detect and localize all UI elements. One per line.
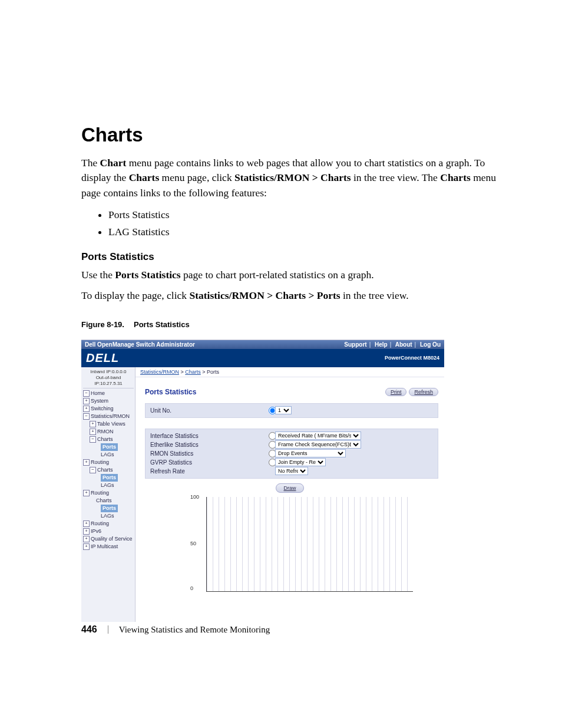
minus-icon[interactable]: − <box>90 436 96 443</box>
link-logout[interactable]: Log Ou <box>420 341 441 348</box>
link-support[interactable]: Support <box>344 341 366 348</box>
crumb-ports: Ports <box>207 369 219 375</box>
rmon-stats-select[interactable]: Drop Events <box>275 449 346 457</box>
tree-charts-dup2[interactable]: Charts <box>83 497 134 505</box>
unit-label: Unit No. <box>150 407 266 414</box>
main-panel: Statistics/RMON > Charts > Ports Ports S… <box>135 367 444 622</box>
text: Use the <box>81 269 115 281</box>
dell-logo: DELL <box>86 351 119 365</box>
text-bold: Charts <box>129 172 160 183</box>
tree-ports-dup2[interactable]: Ports <box>83 505 134 512</box>
text-bold: Chart <box>100 157 127 169</box>
heading-ports-statistics: Ports Statistics <box>81 251 509 263</box>
tree-home[interactable]: −Home <box>83 390 134 397</box>
tree-charts-dup[interactable]: −Charts <box>83 466 134 474</box>
plus-icon[interactable]: + <box>83 521 90 527</box>
tree-rmon[interactable]: +RMON <box>83 428 134 436</box>
text-bold: Statistics/RMON > Charts > Ports <box>189 289 340 301</box>
list-item: LAG Statistics <box>108 223 509 241</box>
link-help[interactable]: Help <box>375 341 388 348</box>
text: To display the page, click <box>81 289 189 301</box>
if-stats-select[interactable]: Received Rate ( MFrame Bits/sec ) <box>275 431 361 440</box>
ytick-100: 100 <box>190 494 199 500</box>
unit-select[interactable]: 1 <box>275 406 292 414</box>
tree-lags-dup[interactable]: LAGs <box>83 482 134 489</box>
refresh-button[interactable]: Refresh <box>409 388 438 396</box>
ytick-50: 50 <box>190 541 196 546</box>
link-about[interactable]: About <box>395 341 412 348</box>
tree-ports[interactable]: Ports <box>83 443 134 451</box>
footer-separator <box>108 625 108 634</box>
nav-tree[interactable]: Inband IP:0.0.0.0 Out-of-band IP:10.27.5… <box>81 367 135 622</box>
breadcrumb: Statistics/RMON > Charts > Ports <box>135 367 444 377</box>
page-number: 446 <box>81 624 97 635</box>
text: in the tree view. The <box>351 172 441 183</box>
page-footer: 446 Viewing Statistics and Remote Monito… <box>81 624 270 635</box>
eth-stats-select[interactable]: Frame Check Sequence(FCS)Errors <box>275 440 361 449</box>
ytick-0: 0 <box>190 585 193 591</box>
document-page: Charts The Chart menu page contains link… <box>0 0 562 728</box>
oob-ip: Out-of-band IP:10.27.5.31 <box>83 375 134 387</box>
print-button[interactable]: Print <box>385 388 407 396</box>
ip-info: Inband IP:0.0.0.0 Out-of-band IP:10.27.5… <box>83 369 134 388</box>
draw-row: Draw <box>135 485 444 491</box>
gvrp-stats-select[interactable]: Join Empty - Receive <box>275 458 326 466</box>
figure-title: Ports Statistics <box>134 320 190 329</box>
chart-grid <box>207 497 413 591</box>
plus-icon[interactable]: + <box>90 429 96 435</box>
if-stats-label: Interface Statistics <box>150 433 266 439</box>
tree-routing[interactable]: +Routing <box>83 459 134 466</box>
figure-number: Figure 8-19. <box>81 320 124 329</box>
text-bold: Charts <box>440 172 471 183</box>
plus-icon[interactable]: + <box>83 490 90 496</box>
plus-icon[interactable]: + <box>83 459 90 466</box>
list-item: Ports Statistics <box>108 206 509 223</box>
text: The <box>81 157 100 169</box>
plus-icon[interactable]: + <box>83 528 90 535</box>
panel-header: Ports Statistics Print Refresh <box>135 377 444 401</box>
tree-switching[interactable]: +Switching <box>83 405 134 413</box>
paragraph-3: To display the page, click Statistics/RM… <box>81 288 509 303</box>
stats-box: Interface Statistics Received Rate ( MFr… <box>145 429 438 479</box>
plus-icon[interactable]: + <box>83 406 90 412</box>
plus-icon[interactable]: + <box>90 421 96 427</box>
plus-icon[interactable]: + <box>83 543 90 550</box>
eth-stats-label: Etherlike Statistics <box>150 442 266 448</box>
panel-title: Ports Statistics <box>145 388 196 396</box>
section-title: Viewing Statistics and Remote Monitoring <box>119 625 270 635</box>
tree-ipv6[interactable]: +IPv6 <box>83 528 134 535</box>
tree-lags[interactable]: LAGs <box>83 451 134 459</box>
rmon-stats-label: RMON Statistics <box>150 450 266 457</box>
refresh-label: Refresh Rate <box>150 468 266 475</box>
tree-system[interactable]: +System <box>83 397 134 405</box>
tree-lags-dup2[interactable]: LAGs <box>83 512 134 520</box>
tree-routing2[interactable]: +Routing <box>83 520 134 528</box>
paragraph-2: Use the Ports Statistics page to chart p… <box>81 268 509 282</box>
inband-ip: Inband IP:0.0.0.0 <box>83 369 134 375</box>
tree-routing-dup[interactable]: +Routing <box>83 489 134 497</box>
crumb-charts[interactable]: Charts <box>185 369 201 375</box>
text: in the tree view. <box>340 289 409 301</box>
refresh-select[interactable]: No Refresh <box>275 467 308 475</box>
feature-list: Ports Statistics LAG Statistics <box>81 206 509 241</box>
tree-ipmc[interactable]: +IP Multicast <box>83 543 134 551</box>
tree-charts[interactable]: −Charts <box>83 436 134 443</box>
tree-qos[interactable]: +Quality of Service <box>83 535 134 543</box>
crumb-stats[interactable]: Statistics/RMON <box>140 369 179 375</box>
text-bold: Ports Statistics <box>115 269 180 281</box>
plus-icon[interactable]: + <box>83 536 90 542</box>
minus-icon[interactable]: − <box>83 390 90 397</box>
tree-ports-dup[interactable]: Ports <box>83 474 134 482</box>
text: menu page, click <box>159 172 234 183</box>
tree-table-views[interactable]: +Table Views <box>83 420 134 428</box>
screenshot-ports-statistics: Dell OpenManage Switch Administrator Sup… <box>81 340 444 622</box>
draw-button[interactable]: Draw <box>276 483 303 493</box>
header-links: Support| Help| About| Log Ou <box>344 341 441 348</box>
plus-icon[interactable]: + <box>83 398 90 404</box>
window-title: Dell OpenManage Switch Administrator <box>85 341 195 348</box>
tree-stats[interactable]: −Statistics/RMON <box>83 413 134 420</box>
minus-icon[interactable]: − <box>83 413 90 420</box>
device-model: PowerConnect M8024 <box>385 355 439 361</box>
minus-icon[interactable]: − <box>90 467 96 473</box>
unit-box: Unit No. 1 <box>145 403 438 418</box>
